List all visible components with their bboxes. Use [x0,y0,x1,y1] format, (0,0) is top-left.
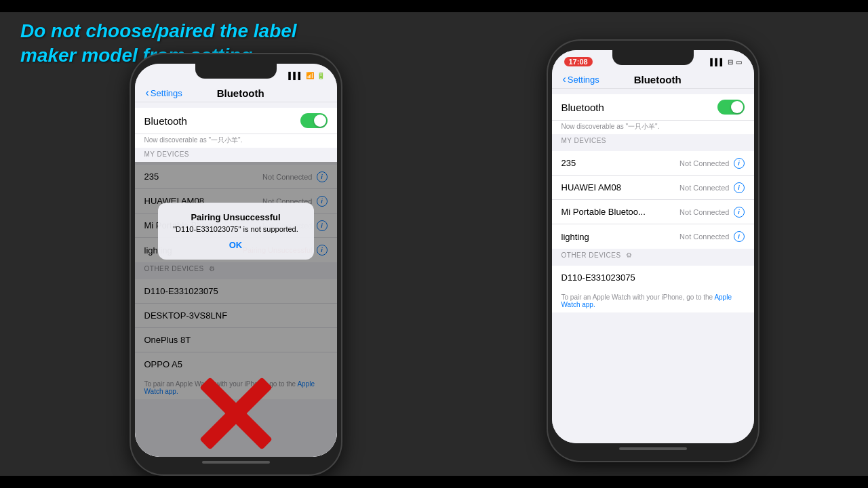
right-watch-text: To pair an Apple Watch with your iPhone,… [552,289,754,312]
battery-icon: 🔋 [317,72,325,79]
right-home-bar [619,447,687,450]
left-discoverable-text: Now discoverable as "一只小羊". [135,134,337,148]
right-back-arrow-icon: ‹ [563,73,566,85]
left-bt-label: Bluetooth [144,115,300,127]
right-status-time: 17:08 [564,57,593,66]
left-bt-toggle[interactable] [300,113,328,128]
left-back-arrow-icon: ‹ [146,87,149,99]
left-phone-screen: 12:00 ▌▌▌ 📶 🔋 ‹ Settings Bluetooth [135,64,337,457]
right-device-lighting: lighting Not Connected i [552,224,754,249]
right-battery-icon: ▭ [736,58,742,66]
right-bt-content: Bluetooth Now discoverable as "一只小羊". MY… [552,89,754,443]
right-phone: 17:08 ▌▌▌ ⊟ ▭ ‹ Settings Bluetooth [548,41,758,461]
right-nav-bar: ‹ Settings Bluetooth [552,69,754,89]
right-my-devices-section: 235 Not Connected i HUAWEI AM08 Not Conn… [552,151,754,249]
instruction-line1: Do not choose/paired the label [20,19,297,43]
right-other-devices-section: D110-E331023075 [552,266,754,289]
left-pairing-ok-button[interactable]: OK [169,240,303,250]
right-other-devices-header: OTHER DEVICES ⚙ [552,249,754,260]
wifi-icon: 📶 [306,72,314,79]
top-bar [0,0,868,12]
left-my-devices-header: MY DEVICES [135,148,337,159]
right-info-mi[interactable]: i [734,207,745,218]
right-info-huawei[interactable]: i [734,182,745,193]
right-info-235[interactable]: i [734,158,745,169]
left-phone-wrapper: 12:00 ▌▌▌ 📶 🔋 ‹ Settings Bluetooth [131,54,341,474]
right-bt-toggle-section: Bluetooth Now discoverable as "一只小羊". [552,94,754,134]
left-bt-toggle-section: Bluetooth Now discoverable as "一只小羊". [135,108,337,148]
main-content: Do not choose/paired the label maker mod… [0,0,868,488]
right-device-huawei: HUAWEI AM08 Not Connected i [552,176,754,200]
bottom-bar [0,476,868,488]
right-bt-label: Bluetooth [561,102,717,113]
left-notch [195,64,277,79]
right-device-mi: Mi Portable Bluetoo... Not Connected i [552,200,754,224]
right-device-235: 235 Not Connected i [552,151,754,176]
left-phone: 12:00 ▌▌▌ 📶 🔋 ‹ Settings Bluetooth [131,54,341,474]
left-pairing-overlay: Pairing Unsuccessful "D110-E331023075" i… [135,162,337,457]
right-signal-icon: ▌▌▌ [710,58,724,66]
left-pairing-subtitle: "D110-E331023075" is not supported. [169,225,303,233]
right-info-lighting[interactable]: i [734,231,745,242]
right-discoverable-text: Now discoverable as "一只小羊". [552,121,754,134]
right-my-devices-header: MY DEVICES [552,134,754,146]
left-nav-title: Bluetooth [155,87,326,99]
right-notch [612,50,694,65]
signal-icon: ▌▌▌ [288,72,302,79]
right-spinner-icon: ⚙ [626,251,633,259]
right-bt-toggle[interactable] [717,100,745,115]
right-phone-wrapper: 17:08 ▌▌▌ ⊟ ▭ ‹ Settings Bluetooth [548,41,758,461]
left-home-bar [202,461,270,464]
left-status-icons: ▌▌▌ 📶 🔋 [288,72,324,79]
right-status-icons: ▌▌▌ ⊟ ▭ [710,58,741,66]
right-phone-screen: 17:08 ▌▌▌ ⊟ ▭ ‹ Settings Bluetooth [552,50,754,443]
left-nav-bar: ‹ Settings Bluetooth [135,83,337,102]
left-pairing-title: Pairing Unsuccessful [169,212,303,222]
right-other-d110[interactable]: D110-E331023075 [552,266,754,289]
right-nav-title: Bluetooth [572,74,743,85]
left-pairing-dialog: Pairing Unsuccessful "D110-E331023075" i… [158,203,314,260]
left-bt-top-row: Bluetooth [135,108,337,134]
right-wifi-icon: ⊟ [728,58,733,66]
right-bt-top-row: Bluetooth [552,94,754,121]
